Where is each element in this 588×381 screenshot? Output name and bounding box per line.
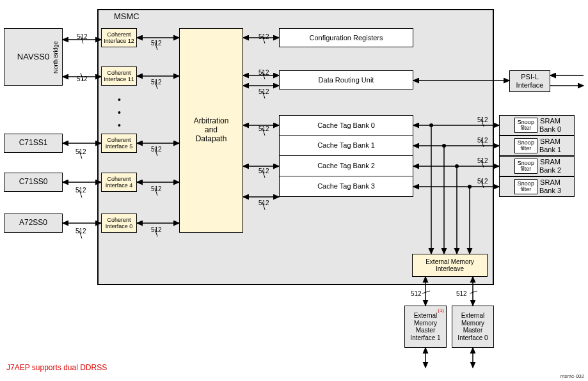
bw-19: 512: [477, 157, 488, 164]
psi-l-interface: PSI-L Interface: [509, 70, 550, 92]
sram-bank-1-label: SRAM Bank 1: [539, 137, 561, 153]
sram-bank-0: Snoop filter SRAM Bank 0: [499, 115, 575, 136]
bw-20: 512: [477, 178, 488, 185]
coherent-interface-0: Coherent Interface 0: [101, 214, 137, 233]
coherent-interface-11: Coherent Interface 11: [101, 66, 137, 86]
bw-2: 512: [77, 75, 88, 82]
emmi-1-label: External Memory Master Interface 1: [410, 312, 440, 341]
cache-tag-bank-1: Cache Tag Bank 1: [279, 136, 413, 156]
c71ss0-label: C71SS0: [19, 178, 48, 187]
coherent-interface-12: Coherent Interface 12: [101, 28, 137, 47]
bw-16: 512: [258, 199, 269, 206]
ellipsis-2: •: [118, 107, 121, 118]
sram-bank-3-label: SRAM Bank 3: [539, 178, 561, 194]
cache-tag-bank-0: Cache Tag Bank 0: [279, 115, 413, 136]
bw-10: 512: [151, 226, 162, 233]
svg-line-52: [422, 291, 430, 293]
bw-4: 512: [75, 187, 86, 194]
bw-17: 512: [477, 116, 488, 123]
c71ss0-block: C71SS0: [4, 173, 63, 192]
a72ss0-block: A72SS0: [4, 214, 63, 233]
bw-18: 512: [477, 137, 488, 144]
footer-note: J7AEP supports dual DDRSS: [6, 363, 107, 372]
bw-11: 512: [258, 33, 269, 40]
emmi-1-sup: (1): [438, 307, 444, 313]
external-memory-master-interface-1: External Memory Master Interface 1 (1): [404, 306, 447, 348]
bw-15: 512: [258, 167, 269, 175]
bw-12: 512: [258, 69, 269, 76]
external-memory-master-interface-0: External Memory Master Interface 0: [452, 306, 494, 348]
configuration-registers: Configuration Registers: [279, 28, 413, 47]
coherent-interface-5: Coherent Interface 5: [101, 134, 137, 153]
bw-22: 512: [456, 290, 467, 297]
a72ss0-label: A72SS0: [19, 219, 47, 228]
bw-5: 512: [75, 228, 86, 235]
cache-tag-bank-2: Cache Tag Bank 2: [279, 156, 413, 176]
svg-line-54: [470, 291, 477, 293]
snoop-filter-0: Snoop filter: [514, 118, 537, 133]
bw-8: 512: [151, 146, 162, 153]
bw-6: 512: [151, 40, 162, 47]
bw-1: 512: [77, 33, 88, 40]
cache-tag-bank-3: Cache Tag Bank 3: [279, 176, 413, 197]
sram-bank-2-label: SRAM Bank 2: [539, 158, 561, 174]
external-memory-interleave: External Memory Interleave: [412, 254, 488, 277]
sram-bank-0-label: SRAM Bank 0: [539, 117, 561, 133]
data-routing-unit: Data Routing Unit: [279, 70, 413, 89]
sram-bank-2: Snoop filter SRAM Bank 2: [499, 156, 575, 176]
bw-13: 512: [258, 88, 269, 95]
navss0-label: NAVSS0: [17, 52, 49, 62]
bw-21: 512: [411, 290, 422, 297]
snoop-filter-1: Snoop filter: [514, 138, 537, 153]
bw-3: 512: [75, 148, 86, 155]
sram-bank-1: Snoop filter SRAM Bank 1: [499, 136, 575, 156]
ellipsis-1: •: [118, 95, 121, 105]
bw-9: 512: [151, 185, 162, 192]
snoop-filter-2: Snoop filter: [514, 159, 537, 174]
bw-7: 512: [151, 79, 162, 86]
snoop-filter-3: Snoop filter: [514, 179, 537, 194]
ellipsis-3: •: [118, 120, 121, 130]
north-bridge-label: North Bridge: [52, 32, 59, 83]
arbitration-datapath: Arbitration and Datapath: [179, 28, 243, 233]
msmc-title: MSMC: [114, 12, 139, 21]
c71ss1-label: C71SS1: [19, 139, 48, 148]
c71ss1-block: C71SS1: [4, 134, 63, 153]
bw-14: 512: [258, 125, 269, 132]
coherent-interface-4: Coherent Interface 4: [101, 173, 137, 192]
sram-bank-3: Snoop filter SRAM Bank 3: [499, 176, 575, 197]
corner-id: msmc-002: [560, 373, 584, 379]
